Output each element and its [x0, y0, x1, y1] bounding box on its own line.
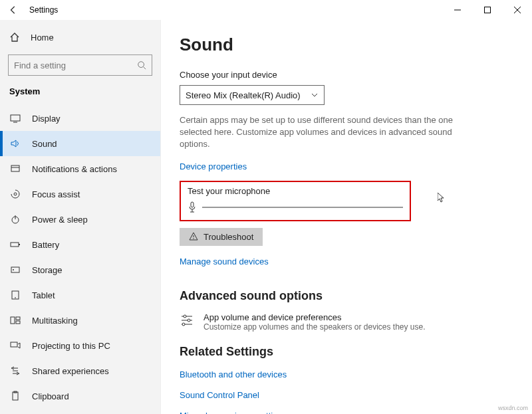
sound-icon	[9, 138, 21, 149]
home-icon	[9, 32, 20, 43]
nav-label: Clipboard	[32, 391, 69, 401]
svg-line-3	[144, 67, 146, 70]
related-mic-privacy-link[interactable]: Microphone privacy settings	[180, 411, 287, 414]
app-volume-pref[interactable]: App volume and device preferences Custom…	[180, 312, 513, 332]
related-heading: Related Settings	[180, 345, 513, 359]
category-label: System	[0, 82, 160, 106]
nav-label: Sound	[32, 139, 57, 149]
svg-rect-4	[11, 115, 20, 121]
svg-point-29	[188, 319, 190, 322]
mic-level-bar	[202, 207, 403, 208]
input-device-dropdown[interactable]: Stereo Mix (Realtek(R) Audio)	[180, 85, 325, 105]
pref-sub: Customize app volumes and the speakers o…	[203, 322, 426, 332]
storage-icon	[9, 264, 21, 275]
input-device-label: Choose your input device	[180, 70, 513, 80]
watermark: wsxdn.com	[498, 405, 528, 411]
nav-sound[interactable]: Sound	[0, 131, 160, 156]
battery-icon	[9, 239, 21, 250]
shared-icon	[9, 365, 21, 376]
svg-rect-19	[16, 321, 20, 324]
svg-rect-1	[484, 7, 490, 13]
advanced-heading: Advanced sound options	[180, 289, 513, 303]
nav-label: Storage	[32, 265, 63, 275]
sliders-icon	[180, 312, 194, 327]
svg-point-8	[14, 193, 17, 195]
nav-label: Multitasking	[32, 316, 78, 326]
nav-projecting[interactable]: Projecting to this PC	[0, 333, 160, 358]
nav-label: Tablet	[32, 290, 55, 300]
nav-label: Power & sleep	[32, 215, 88, 225]
svg-point-14	[13, 269, 14, 270]
close-button[interactable]	[502, 0, 532, 20]
svg-rect-21	[13, 392, 18, 400]
svg-rect-18	[16, 317, 20, 320]
nav-notifications[interactable]: Notifications & actions	[0, 156, 160, 181]
window-title: Settings	[29, 5, 58, 15]
nav-clipboard[interactable]: Clipboard	[0, 383, 160, 409]
test-mic-label: Test your microphone	[188, 186, 403, 196]
nav-power[interactable]: Power & sleep	[0, 207, 160, 232]
nav-shared[interactable]: Shared experiences	[0, 358, 160, 383]
tablet-icon	[9, 290, 21, 300]
maximize-button[interactable]	[472, 0, 502, 20]
display-icon	[9, 113, 21, 124]
focus-icon	[9, 189, 21, 199]
svg-rect-23	[191, 202, 194, 207]
home-button[interactable]: Home	[0, 25, 160, 49]
notifications-icon	[9, 163, 21, 174]
nav-label: Display	[32, 114, 61, 124]
input-help-text: Certain apps may be set up to use differ…	[180, 114, 466, 151]
nav-list: Display Sound Notifications & actions Fo…	[0, 106, 160, 409]
troubleshoot-label: Troubleshoot	[203, 232, 253, 242]
sidebar: Home System Display Sound Notifications …	[0, 20, 161, 414]
nav-multitask[interactable]: Multitasking	[0, 308, 160, 333]
nav-display[interactable]: Display	[0, 106, 160, 131]
svg-point-2	[138, 62, 144, 68]
cursor-icon	[438, 193, 446, 203]
minimize-button[interactable]	[442, 0, 472, 20]
svg-rect-13	[11, 267, 19, 272]
nav-tablet[interactable]: Tablet	[0, 282, 160, 308]
microphone-icon	[188, 201, 197, 213]
dropdown-value: Stereo Mix (Realtek(R) Audio)	[186, 90, 301, 100]
search-input[interactable]	[14, 60, 137, 70]
clipboard-icon	[9, 391, 21, 401]
projecting-icon	[9, 340, 21, 351]
svg-rect-6	[11, 165, 19, 171]
nav-battery[interactable]: Battery	[0, 232, 160, 257]
search-box[interactable]	[8, 54, 152, 76]
svg-rect-12	[19, 244, 20, 245]
test-microphone-box: Test your microphone	[180, 181, 411, 221]
svg-point-27	[184, 315, 186, 318]
pref-title: App volume and device preferences	[203, 312, 426, 322]
nav-label: Shared experiences	[32, 366, 109, 376]
nav-label: Notifications & actions	[32, 164, 117, 174]
search-icon	[137, 60, 146, 70]
page-title: Sound	[180, 35, 513, 55]
related-soundcp-link[interactable]: Sound Control Panel	[180, 390, 259, 400]
device-properties-link[interactable]: Device properties	[180, 161, 247, 171]
nav-storage[interactable]: Storage	[0, 257, 160, 282]
svg-point-25	[193, 238, 194, 239]
nav-label: Focus assist	[32, 189, 80, 199]
warning-icon	[189, 232, 198, 241]
chevron-down-icon	[311, 91, 319, 99]
troubleshoot-button[interactable]: Troubleshoot	[180, 228, 263, 246]
titlebar: Settings	[0, 0, 532, 20]
back-button[interactable]	[7, 3, 20, 17]
manage-devices-link[interactable]: Manage sound devices	[180, 257, 269, 266]
nav-label: Battery	[32, 240, 59, 250]
nav-label: Projecting to this PC	[32, 341, 110, 351]
home-label: Home	[31, 33, 54, 43]
svg-rect-20	[11, 342, 17, 347]
multitask-icon	[9, 315, 21, 326]
svg-rect-11	[11, 243, 19, 247]
nav-focus[interactable]: Focus assist	[0, 181, 160, 207]
related-bluetooth-link[interactable]: Bluetooth and other devices	[180, 369, 287, 379]
power-icon	[9, 214, 21, 225]
content-pane: Sound Choose your input device Stereo Mi…	[161, 20, 532, 414]
svg-point-31	[182, 323, 185, 326]
svg-rect-17	[11, 317, 15, 324]
